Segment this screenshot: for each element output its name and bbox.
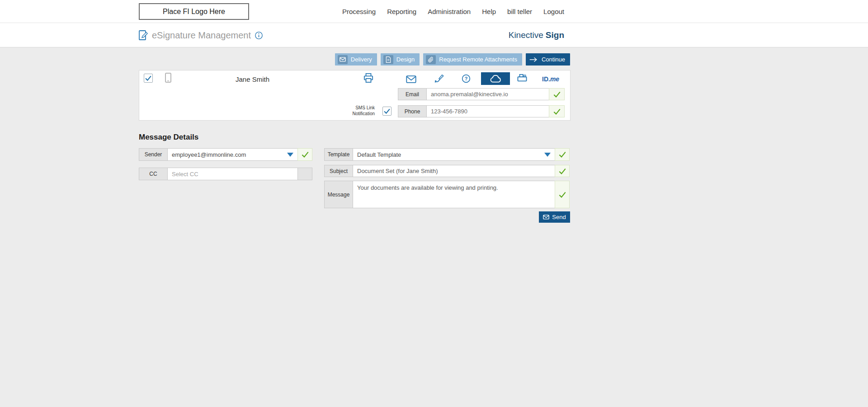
message-valid-check bbox=[555, 181, 570, 208]
arrow-right-icon bbox=[528, 55, 538, 64]
nav-item-administration[interactable]: Administration bbox=[428, 8, 471, 15]
signature-pen-icon[interactable] bbox=[434, 74, 444, 84]
message-details-heading: Message Details bbox=[139, 133, 198, 142]
message-label: Message bbox=[324, 181, 353, 208]
send-envelope-icon bbox=[543, 215, 549, 220]
fax-icon[interactable] bbox=[517, 74, 527, 83]
send-button-label: Send bbox=[552, 214, 566, 220]
esignature-doc-pen-icon bbox=[139, 30, 148, 40]
nav-item-reporting[interactable]: Reporting bbox=[387, 8, 416, 15]
printer-icon[interactable] bbox=[363, 73, 373, 83]
continue-button[interactable]: Continue bbox=[526, 53, 570, 65]
fi-logo-placeholder: Place FI Logo Here bbox=[139, 3, 249, 20]
nav-item-logout[interactable]: Logout bbox=[543, 8, 564, 15]
brand-product: Sign bbox=[546, 30, 564, 40]
nav-item-user[interactable]: bill teller bbox=[507, 8, 532, 15]
email-delivery-icon[interactable] bbox=[406, 75, 416, 83]
template-valid-check bbox=[555, 148, 570, 161]
request-remote-attachments-button[interactable]: Request Remote Attachments bbox=[423, 53, 522, 65]
subject-valid-check bbox=[555, 165, 570, 177]
subject-input[interactable] bbox=[353, 165, 555, 177]
recipient-panel: Jane Smith ? ID.me Email SM bbox=[139, 70, 571, 121]
delivery-button[interactable]: Delivery bbox=[335, 53, 377, 65]
subject-label: Subject bbox=[324, 165, 353, 177]
page-title-group: eSignature Management bbox=[139, 23, 263, 47]
phone-input[interactable] bbox=[426, 105, 549, 117]
continue-button-label: Continue bbox=[542, 56, 565, 63]
nav-item-help[interactable]: Help bbox=[482, 8, 496, 15]
idme-logo-me: me bbox=[550, 75, 559, 83]
sms-label-line2: Notification bbox=[345, 111, 375, 117]
brand-name: Kinective bbox=[509, 30, 543, 40]
send-button[interactable]: Send bbox=[539, 211, 570, 223]
sms-link-notification-label: SMS Link Notification bbox=[345, 105, 375, 117]
main-nav: Processing Reporting Administration Help… bbox=[342, 0, 564, 23]
template-label: Template bbox=[324, 148, 353, 161]
toolbar: Delivery Design Request Remote Attachmen… bbox=[139, 53, 570, 65]
cc-disabled-box bbox=[297, 168, 312, 180]
phone-valid-check bbox=[549, 105, 565, 117]
email-valid-check bbox=[549, 88, 565, 100]
sender-dropdown-value: employee1@immonline.com bbox=[172, 151, 283, 158]
request-remote-attachments-label: Request Remote Attachments bbox=[439, 56, 517, 63]
question-circle-icon[interactable]: ? bbox=[462, 74, 471, 83]
design-button-label: Design bbox=[396, 56, 415, 63]
cloud-icon bbox=[490, 75, 501, 83]
cc-input[interactable] bbox=[167, 168, 298, 180]
info-icon[interactable] bbox=[255, 32, 263, 39]
sms-label-line1: SMS Link bbox=[345, 105, 375, 111]
email-input[interactable] bbox=[426, 88, 549, 100]
top-navigation-bar: Place FI Logo Here Processing Reporting … bbox=[0, 0, 868, 23]
esignature-management-page: Place FI Logo Here Processing Reporting … bbox=[0, 0, 868, 407]
chevron-down-icon bbox=[287, 153, 293, 157]
document-icon bbox=[383, 55, 393, 64]
mobile-phone-icon bbox=[165, 73, 171, 83]
phone-label: Phone bbox=[398, 105, 427, 117]
chevron-down-icon bbox=[544, 153, 551, 157]
recipient-checkbox[interactable] bbox=[144, 74, 153, 83]
svg-text:?: ? bbox=[465, 76, 468, 81]
envelope-icon bbox=[338, 55, 348, 64]
recipient-name: Jane Smith bbox=[236, 75, 269, 83]
cloud-delivery-button[interactable] bbox=[481, 72, 510, 85]
message-textarea[interactable]: Your documents are available for viewing… bbox=[353, 181, 555, 208]
sender-dropdown[interactable]: employee1@immonline.com bbox=[167, 148, 298, 161]
cc-label: CC bbox=[139, 168, 168, 180]
idme-logo[interactable]: ID.me bbox=[542, 75, 559, 83]
paperclip-icon bbox=[426, 55, 436, 64]
template-dropdown-value: Default Template bbox=[357, 151, 541, 158]
nav-item-processing[interactable]: Processing bbox=[342, 8, 376, 15]
sms-link-notification-checkbox[interactable] bbox=[382, 107, 392, 116]
template-dropdown[interactable]: Default Template bbox=[353, 148, 555, 161]
page-title: eSignature Management bbox=[152, 30, 251, 41]
idme-logo-id: ID. bbox=[542, 75, 550, 83]
delivery-button-label: Delivery bbox=[351, 56, 372, 63]
sender-valid-check bbox=[297, 148, 312, 161]
page-header: eSignature Management Kinective Sign bbox=[0, 23, 868, 47]
sender-label: Sender bbox=[139, 148, 168, 161]
brand-logo: Kinective Sign bbox=[509, 23, 564, 47]
email-label: Email bbox=[398, 88, 427, 100]
design-button[interactable]: Design bbox=[381, 53, 420, 65]
